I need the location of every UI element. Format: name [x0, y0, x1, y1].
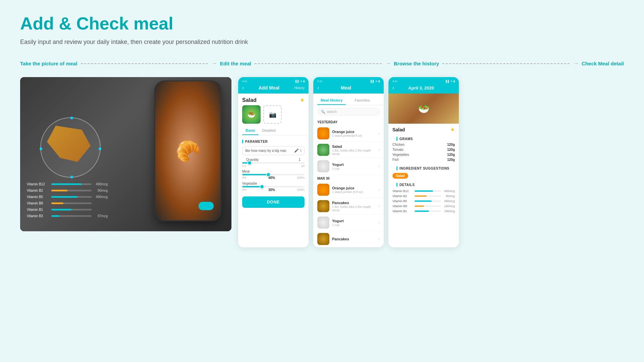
- nutrition-bar-value: 90mcg: [94, 189, 108, 192]
- star-icon-3[interactable]: ★: [450, 126, 455, 133]
- back-arrow-3[interactable]: ‹: [392, 85, 394, 91]
- vegetable-slider-track[interactable]: [242, 186, 305, 187]
- oj2-info: Orange juice 1 stand portion (8.fl oz): [332, 186, 376, 194]
- nutrition-bar-label: Vitamin B12: [27, 182, 49, 186]
- vitamin-name: Vitamin B12: [392, 189, 413, 193]
- nutrition-bar-bg: [51, 209, 92, 210]
- phone-scan-button[interactable]: [199, 202, 214, 210]
- history-item-oj1[interactable]: Orange juice 1 stand portion(8.fl oz) ›: [313, 125, 384, 142]
- qty-max: 10: [301, 164, 305, 168]
- history-button[interactable]: History: [294, 86, 305, 90]
- param-placeholder-text: like how many by a big mac: [245, 149, 286, 153]
- nutrition-bar-row: Vitamin B3 97mcg: [27, 214, 108, 218]
- yogurt2-name: Yogurt: [332, 219, 376, 223]
- nutrition-bar-row: Vitamin B8: [27, 201, 108, 205]
- nutrition-bar-bg: [51, 215, 92, 217]
- oj1-arrow: ›: [378, 131, 380, 136]
- nutrition-bar-value: 490mcg: [94, 195, 108, 199]
- parameter-section-label: PARAMETER: [238, 138, 309, 145]
- detection-dot-top: [70, 117, 73, 119]
- veg-min: 0%: [242, 188, 247, 192]
- step-arrow-3: →: [573, 60, 579, 67]
- meat-max: 100%: [297, 176, 305, 180]
- back-arrow-1[interactable]: ‹: [242, 85, 244, 91]
- meal-image-placeholder[interactable]: 📷: [263, 105, 282, 124]
- detection-dot-right: [99, 147, 101, 150]
- back-arrow-2[interactable]: ‹: [317, 85, 319, 91]
- detail-meal-row: Salad ★: [392, 126, 455, 133]
- vegetable-label: Vegetable: [242, 182, 305, 185]
- star-icon-1[interactable]: ★: [300, 97, 305, 103]
- yogurt2-image: [317, 217, 329, 229]
- meal-history-title: Meal: [341, 85, 351, 90]
- search-placeholder: search: [327, 110, 337, 114]
- meat-slider-thumb[interactable]: [266, 172, 271, 177]
- grams-item-label: Chicken: [392, 143, 405, 146]
- search-box[interactable]: 🔍 search: [317, 108, 380, 116]
- vegetable-slider-section: Vegetable 0% 30% 100%: [238, 182, 309, 194]
- grams-item-value: 120g: [447, 143, 455, 146]
- details-label: DETAILS: [399, 183, 415, 187]
- status-bar-2: 9:41 ▌▌ ≋ ▮: [317, 80, 380, 83]
- meal-name-row: Salad ★: [238, 94, 309, 105]
- meat-slider-track[interactable]: [242, 174, 305, 175]
- add-meal-header: 9:41 ▌▌ ≋ ▮ ‹ Add Meal History: [238, 77, 309, 94]
- app-nav-2: ‹ Meal: [317, 85, 380, 91]
- grams-row: Chicken 120g: [392, 142, 455, 147]
- history-item-pancakes1[interactable]: Pancakes 1 tbs, butter,4tbs,2 tbs maple …: [313, 198, 384, 215]
- grams-row: Tomato 120g: [392, 147, 455, 152]
- status-icons-1: ▌▌ ≋ ▮: [296, 80, 305, 83]
- vegetable-slider-thumb[interactable]: [260, 184, 264, 189]
- vitamin-bar-fill: [415, 200, 432, 202]
- nutrition-bar-fill: [51, 209, 71, 210]
- meal-image-1: 🥗: [242, 105, 261, 124]
- nutrition-bar-fill: [51, 215, 59, 217]
- history-item-yogurt1[interactable]: Yogurt 1 cup ›: [313, 158, 384, 175]
- camera-icon: 📷: [269, 111, 276, 118]
- veg-current: 30%: [268, 188, 275, 192]
- tab-basic[interactable]: Basic: [242, 126, 259, 135]
- vitamin-bar-bg: [415, 190, 441, 192]
- vitamin-bar-bg: [415, 195, 441, 197]
- grams-item-value: 120g: [447, 158, 455, 162]
- quantity-slider-values: 0.1 10: [242, 164, 305, 168]
- section-bar-3: [396, 137, 397, 141]
- tab-meal-history[interactable]: Meal History: [317, 96, 346, 105]
- detail-meal-name: Salad: [392, 127, 405, 132]
- history-item-yogurt2[interactable]: Yogurt 1 cup ›: [313, 215, 384, 231]
- tab-favorites[interactable]: Favorites: [351, 96, 373, 105]
- done-button[interactable]: DONE: [242, 196, 305, 208]
- phone-mockup: 🥐: [154, 80, 221, 221]
- parameter-input[interactable]: like how many by a big mac 🎤 ℹ: [242, 146, 305, 155]
- vitamin-value: 490mcg: [443, 199, 455, 203]
- detection-dot-left: [40, 147, 42, 150]
- search-icon: 🔍: [321, 110, 325, 114]
- oj1-name: Orange juice: [332, 130, 376, 134]
- steps-row: Take the picture of meal → Edit the meal…: [20, 60, 624, 67]
- step-2-label: Edit the meal: [220, 61, 251, 66]
- vitamin-bar-fill: [415, 205, 424, 207]
- grams-row: Vegetables 120g: [392, 152, 455, 157]
- history-item-salad1[interactable]: Salad 1 tbs, butter,4tbs,2 tbs maple syr…: [313, 142, 384, 158]
- vitamin-name: Vitamin B8: [392, 204, 413, 208]
- tab-detailed[interactable]: Detailed: [259, 126, 279, 135]
- grams-item-label: Tomato: [392, 148, 404, 152]
- history-item-pancakes2[interactable]: Pancakes ›: [313, 231, 384, 247]
- step-line-1: [81, 63, 208, 64]
- yesterday-section: YESTERDAY: [313, 118, 384, 125]
- meal-history-header: 9:41 ▌▌ ≋ ▮ ‹ Meal: [313, 77, 384, 94]
- yogurt1-name: Yogurt: [332, 163, 376, 167]
- history-item-oj2[interactable]: Orange juice 1 stand portion (8.fl oz) ›: [313, 182, 384, 198]
- quantity-slider-thumb[interactable]: [247, 161, 252, 165]
- grams-item-label: Fish: [392, 158, 399, 162]
- status-bar-1: 9:41 ▌▌ ≋ ▮: [242, 80, 305, 83]
- quantity-slider-track[interactable]: [242, 162, 305, 164]
- mic-icon: 🎤: [294, 148, 299, 153]
- nutrition-overlay: Vitamin B12 490mcg Vitamin B2 90mcg Vita…: [27, 182, 108, 218]
- vitamin-bar-bg: [415, 210, 441, 212]
- page-title: Add & Check meal: [20, 13, 624, 34]
- add-meal-screen: 9:41 ▌▌ ≋ ▮ ‹ Add Meal History Salad ★: [238, 77, 309, 247]
- oj2-desc: 1 stand portion (8.fl oz): [332, 190, 376, 194]
- nutrition-bar-row: Vitamin B2 90mcg: [27, 189, 108, 192]
- vitamin-bar-bg: [415, 200, 441, 202]
